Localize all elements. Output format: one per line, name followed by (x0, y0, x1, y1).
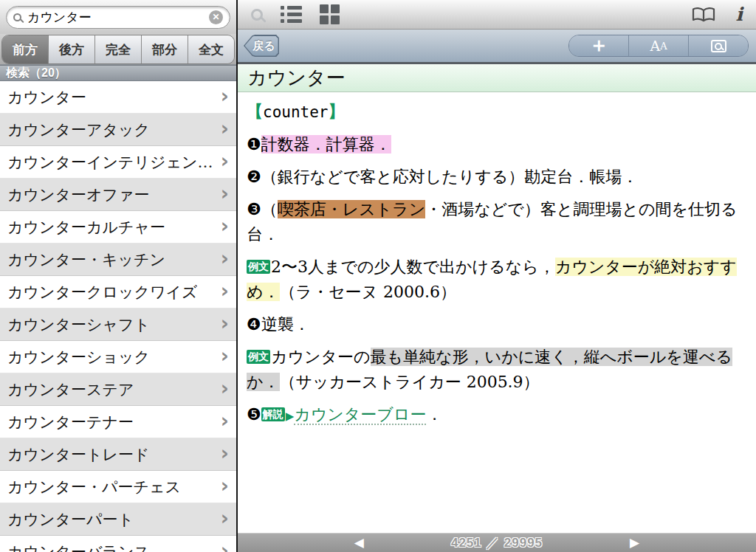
pager-position: 4251／29995 (451, 534, 543, 551)
result-item-label: カウンター (7, 87, 86, 108)
entry-text: counter (263, 103, 329, 121)
search-in-page-icon (711, 40, 726, 52)
result-item-label: カウンターインテリジェン… (7, 152, 213, 173)
entry-line: 【counter】 (247, 99, 747, 125)
entry-text: ❸（ (247, 200, 278, 218)
back-button[interactable]: 戻る (244, 35, 279, 57)
list-view-icon[interactable] (281, 6, 302, 23)
chevron-right-icon: › (221, 215, 229, 235)
result-item[interactable]: カウンター› (0, 81, 236, 114)
entry-text: ． (426, 405, 442, 424)
add-bookmark-button[interactable]: ＋ (569, 35, 629, 56)
headword: カウンター (247, 65, 345, 91)
chevron-right-icon: › (221, 475, 229, 495)
entry-toolbar: 戻る ＋ AA (238, 30, 756, 64)
result-item[interactable]: カウンターパート› (0, 503, 236, 536)
entry-line: 例文カウンターの最も単純な形，いかに速く，縦へボールを運べるか．（サッカーストラ… (247, 345, 747, 395)
result-item-label: カウンターアタック (7, 120, 150, 140)
prev-entry-icon[interactable]: ◀ (354, 537, 364, 549)
result-item[interactable]: カウンターアタック› (0, 114, 236, 146)
top-toolbar: i (238, 0, 756, 30)
search-input[interactable]: ✕ (6, 6, 230, 29)
entry-text: ▶ (286, 410, 295, 423)
info-icon[interactable]: i (736, 5, 743, 24)
search-mode-bar: 前方後方完全部分全文 (0, 34, 236, 65)
entry-text: （ラ・セーヌ 2000.6） (280, 283, 457, 301)
result-item[interactable]: カウンターインテリジェン…› (0, 146, 236, 179)
search-mode-tab-5[interactable]: 全文 (188, 35, 234, 63)
results-header: 検索（20） (0, 65, 236, 81)
label-badge: 例文 (247, 350, 270, 364)
result-item[interactable]: カウンターオファー› (0, 179, 236, 211)
dictionary-app-window: ✕ 前方後方完全部分全文 検索（20） カウンター›カウンターアタック›カウンタ… (0, 0, 756, 552)
result-item-label: カウンター・キッチン (7, 249, 165, 270)
search-mode-tab-1[interactable]: 前方 (2, 35, 49, 63)
entry-line: ❸（喫茶店・レストラン・酒場などで）客と調理場との間を仕切る台． (247, 197, 747, 247)
entry-line: ❶計数器．計算器． (247, 132, 747, 157)
result-item-label: カウンターオファー (7, 184, 149, 205)
result-item[interactable]: カウンターバランス› (0, 536, 236, 552)
chevron-right-icon: › (221, 410, 229, 430)
entry-line: 例文2〜3人までの少人数で出かけるなら，カウンターが絶対おすすめ．（ラ・セーヌ … (247, 255, 747, 305)
entry-text: ❷（銀行などで客と応対したりする）勘定台．帳場． (247, 168, 638, 186)
result-list: カウンター›カウンターアタック›カウンターインテリジェン…›カウンターオファー›… (0, 81, 236, 552)
result-item-label: カウンターテナー (7, 412, 134, 432)
entry-line: ❷（銀行などで客と応対したりする）勘定台．帳場． (247, 165, 747, 190)
back-button-label: 戻る (244, 35, 279, 57)
search-mode-tabs: 前方後方完全部分全文 (1, 35, 235, 64)
search-mode-tab-4[interactable]: 部分 (142, 35, 188, 63)
result-item[interactable]: カウンタークロックワイズ› (0, 276, 236, 308)
entry-body: 【counter】❶計数器．計算器．❷（銀行などで客と応対したりする）勘定台．帳… (238, 92, 756, 429)
entry-line: ❺解説▶カウンターブロー． (247, 402, 747, 429)
chevron-right-icon: › (221, 345, 229, 365)
clear-search-icon[interactable]: ✕ (209, 10, 223, 24)
result-item[interactable]: カウンターカルチャー› (0, 211, 236, 244)
result-item[interactable]: カウンター・キッチン› (0, 244, 236, 276)
entry-text: ❺ (247, 405, 261, 424)
result-item[interactable]: カウンターステア› (0, 373, 236, 406)
entry-text: ❹逆襲． (247, 315, 310, 334)
chevron-right-icon: › (221, 183, 229, 203)
chevron-right-icon: › (221, 508, 229, 528)
entry-link[interactable]: カウンターブロー (294, 405, 426, 425)
search-view-icon[interactable] (251, 9, 263, 21)
result-item-label: カウンタートレード (7, 444, 149, 465)
chevron-right-icon: › (221, 378, 229, 398)
result-item-label: カウンタークロックワイズ (7, 282, 197, 303)
plus-icon: ＋ (589, 35, 609, 55)
label-badge: 例文 (247, 260, 270, 274)
chevron-right-icon: › (221, 313, 229, 333)
chevron-right-icon: › (221, 540, 229, 552)
entry-line: ❹逆襲． (247, 312, 747, 337)
result-item-label: カウンターパート (7, 509, 134, 530)
next-entry-icon[interactable]: ▶ (630, 537, 639, 549)
entry-text: カウンターの (271, 348, 371, 366)
search-mode-tab-2[interactable]: 後方 (49, 35, 95, 63)
result-item-label: カウンターカルチャー (7, 217, 165, 238)
search-mode-tab-3[interactable]: 完全 (95, 35, 142, 63)
search-input-field[interactable] (27, 10, 209, 24)
bookmarks-icon[interactable] (692, 7, 715, 23)
headword-bar: カウンター (238, 64, 756, 92)
result-item[interactable]: カウンターショック› (0, 341, 236, 373)
entry-text: ❶ (247, 135, 261, 153)
chevron-right-icon: › (221, 151, 229, 170)
result-item[interactable]: カウンターシャフト› (0, 308, 236, 341)
search-icon (13, 13, 21, 21)
search-bar: ✕ (0, 0, 236, 34)
label-badge: 解説 (261, 407, 285, 421)
result-item-label: カウンターステア (7, 379, 134, 400)
chevron-right-icon: › (221, 443, 229, 463)
pager-bar: ◀ 4251／29995 ▶ (238, 533, 756, 552)
result-item[interactable]: カウンターテナー› (0, 406, 236, 438)
result-item[interactable]: カウンター・パーチェス› (0, 471, 236, 503)
entry-panel: i 戻る ＋ AA カウンター (238, 0, 756, 552)
search-panel: ✕ 前方後方完全部分全文 検索（20） カウンター›カウンターアタック›カウンタ… (0, 0, 236, 552)
search-in-entry-button[interactable] (689, 35, 748, 56)
chevron-right-icon: › (221, 248, 229, 268)
font-size-button[interactable]: AA (629, 35, 689, 56)
entry-text: 喫茶店・レストラン (278, 200, 426, 218)
chevron-right-icon: › (221, 86, 229, 106)
result-item[interactable]: カウンタートレード› (0, 438, 236, 471)
grid-view-icon[interactable] (320, 4, 340, 24)
